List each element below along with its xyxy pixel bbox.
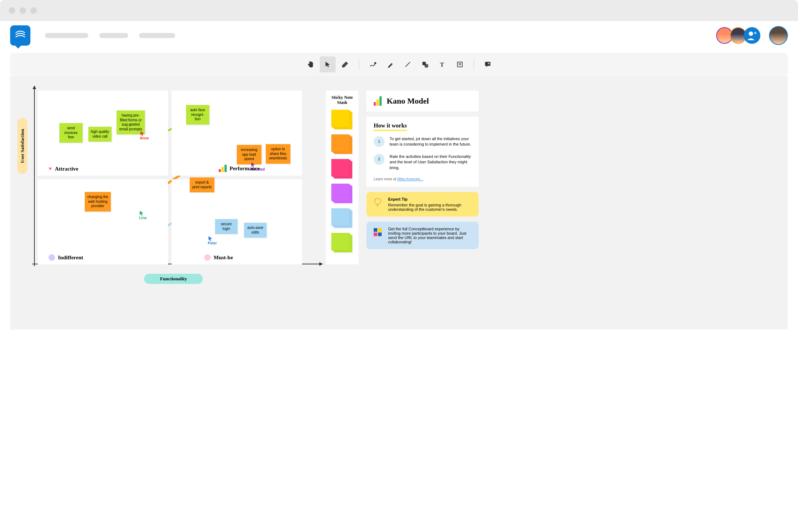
quadrant-mustbe[interactable]: export & print reports secure login auto… bbox=[172, 179, 302, 264]
line-tool[interactable] bbox=[400, 56, 416, 72]
svg-point-2 bbox=[375, 63, 376, 64]
text-tool[interactable]: T bbox=[434, 56, 450, 72]
panel-title: Kano Model bbox=[387, 96, 429, 106]
stash-stack-blue[interactable] bbox=[331, 208, 353, 229]
traffic-light bbox=[9, 7, 15, 14]
quadrant-label: Must-be bbox=[204, 254, 233, 261]
svg-point-11 bbox=[375, 198, 381, 204]
note-tool[interactable] bbox=[452, 56, 468, 72]
app-logo[interactable] bbox=[10, 25, 30, 46]
heart-icon: ♥ bbox=[49, 166, 52, 172]
remote-cursor: Anne bbox=[140, 130, 149, 140]
kano-chart: User Satisfaction send invoices f bbox=[21, 91, 318, 264]
svg-rect-13 bbox=[378, 228, 382, 232]
crumb-placeholder bbox=[99, 33, 128, 38]
hand-tool[interactable] bbox=[302, 56, 318, 72]
quadrant-attractive[interactable]: send invoices free high quality video ca… bbox=[38, 91, 168, 176]
sticky-note[interactable]: auto face recogni-tion bbox=[186, 105, 209, 125]
learn-more: Learn more at https://concep… bbox=[374, 177, 471, 181]
eraser-tool[interactable] bbox=[337, 56, 353, 72]
breadcrumb bbox=[45, 33, 175, 38]
shape-tool[interactable] bbox=[417, 56, 433, 72]
title-card: Kano Model bbox=[366, 91, 479, 112]
sticky-note[interactable]: export & print reports bbox=[190, 177, 214, 192]
stash-stack-yellow[interactable] bbox=[331, 110, 353, 130]
svg-point-0 bbox=[749, 32, 753, 36]
traffic-light bbox=[20, 7, 26, 14]
comment-tool[interactable] bbox=[480, 56, 496, 72]
sticky-note[interactable]: changing the web hosting provider bbox=[85, 192, 111, 211]
stash-stack-green[interactable] bbox=[331, 233, 353, 253]
neutral-face-icon bbox=[49, 254, 55, 261]
crumb-placeholder bbox=[139, 33, 175, 38]
pen-tool[interactable] bbox=[365, 56, 381, 72]
tip-body: Remember the goal is gaining a thorough … bbox=[388, 203, 461, 211]
step-1: 1 To get started, jot down all the initi… bbox=[374, 136, 471, 147]
sticky-note[interactable]: auto-save edits bbox=[244, 223, 266, 238]
toolbar: T bbox=[10, 53, 788, 76]
y-axis-label: User Satisfaction bbox=[17, 118, 28, 174]
quadrant-label: ♥ Attractive bbox=[49, 166, 78, 172]
svg-line-3 bbox=[406, 62, 410, 67]
step-2: 2 Rate the activities based on their Fun… bbox=[374, 154, 471, 171]
quadrant-label: Performance bbox=[219, 165, 260, 172]
svg-rect-15 bbox=[378, 233, 382, 236]
quadrant-label: Indifferent bbox=[49, 254, 83, 261]
presence-avatars bbox=[719, 26, 788, 45]
pointer-tool[interactable] bbox=[320, 56, 336, 72]
stash-stack-pink[interactable] bbox=[331, 159, 353, 179]
invite-card: Get the full Conceptboard experience by … bbox=[366, 222, 479, 249]
sticky-note[interactable]: high quality video call bbox=[88, 127, 112, 142]
marker-tool[interactable] bbox=[382, 56, 398, 72]
how-card: How it works 1 To get started, jot down … bbox=[366, 117, 479, 187]
quadrant-indifferent[interactable]: changing the web hosting provider Lina I… bbox=[38, 179, 168, 264]
remote-cursor: Peter bbox=[208, 235, 217, 245]
stash-stack-purple[interactable] bbox=[331, 184, 353, 204]
bars-icon bbox=[374, 96, 382, 106]
sticky-stash: Sticky Note Stash bbox=[326, 91, 358, 264]
info-panel: Kano Model How it works 1 To get started… bbox=[366, 91, 479, 264]
invite-body: Get the full Conceptboard experience by … bbox=[388, 227, 473, 244]
sticky-note[interactable]: option to share files seamlessly bbox=[266, 144, 290, 164]
traffic-light bbox=[30, 7, 37, 14]
bars-icon bbox=[219, 165, 227, 172]
stash-stack-orange[interactable] bbox=[331, 134, 353, 155]
sad-face-icon bbox=[204, 254, 211, 261]
learn-link[interactable]: https://concep… bbox=[397, 177, 423, 181]
svg-text:T: T bbox=[440, 61, 444, 68]
topbar bbox=[0, 21, 798, 53]
svg-rect-14 bbox=[374, 233, 377, 236]
stash-title: Sticky Note Stash bbox=[329, 95, 356, 105]
add-participant-button[interactable] bbox=[744, 27, 760, 44]
svg-rect-12 bbox=[374, 228, 377, 232]
quadrant-performance[interactable]: auto face recogni-tion increasing app lo… bbox=[172, 91, 302, 176]
invite-icon bbox=[372, 227, 383, 238]
avatar-self[interactable] bbox=[769, 26, 788, 45]
svg-point-1 bbox=[754, 32, 756, 34]
browser-chrome bbox=[0, 0, 798, 21]
x-axis-label: Functionality bbox=[144, 274, 203, 284]
sticky-note[interactable]: send invoices free bbox=[59, 123, 83, 143]
how-subtitle: How it works bbox=[374, 122, 407, 131]
lightbulb-icon bbox=[372, 197, 383, 208]
svg-point-5 bbox=[424, 64, 428, 68]
canvas[interactable]: User Satisfaction send invoices f bbox=[10, 76, 788, 330]
step-number: 2 bbox=[374, 154, 385, 165]
expert-tip: Expert Tip Remember the goal is gaining … bbox=[366, 192, 479, 217]
step-number: 1 bbox=[374, 136, 385, 147]
sticky-note[interactable]: secure login bbox=[215, 219, 238, 234]
tip-title: Expert Tip bbox=[388, 197, 473, 201]
remote-cursor: Lina bbox=[139, 210, 147, 220]
crumb-placeholder bbox=[45, 33, 88, 38]
